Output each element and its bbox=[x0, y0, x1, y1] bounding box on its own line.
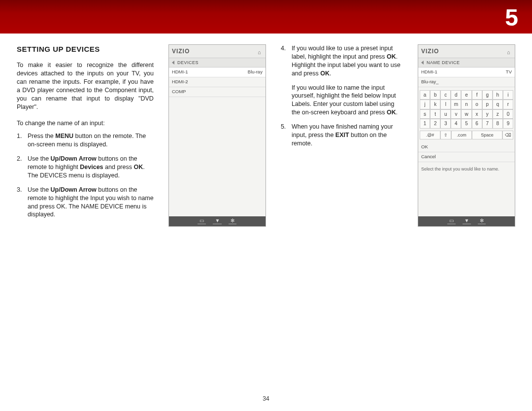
key-s: s bbox=[420, 109, 430, 119]
key-o: o bbox=[472, 100, 482, 109]
back-icon bbox=[172, 61, 174, 65]
key-k: k bbox=[430, 100, 440, 109]
key-f: f bbox=[472, 90, 482, 100]
key-h: h bbox=[493, 90, 503, 100]
down-icon: ▼ bbox=[213, 218, 222, 224]
wide-icon: ▭ bbox=[198, 218, 206, 224]
key-2: 2 bbox=[430, 119, 440, 129]
gear-icon: ✻ bbox=[229, 218, 236, 224]
lead-line: To change the name of an input: bbox=[17, 119, 154, 128]
key-4: 4 bbox=[451, 119, 461, 129]
breadcrumb: DEVICES bbox=[169, 58, 266, 68]
home-icon bbox=[258, 49, 263, 54]
key-p: p bbox=[482, 100, 493, 109]
back-icon bbox=[421, 61, 424, 65]
key-9: 9 bbox=[503, 119, 513, 129]
name-device-screenshot: VIZIO NAME DEVICE HDMI-1TV Blu-ray_ abcd… bbox=[418, 44, 515, 227]
key-v: v bbox=[451, 109, 461, 119]
row-comp: COMP bbox=[169, 87, 266, 97]
tv-screen-devices: VIZIO DEVICES HDMI-1Blu-ray HDMI-2 COMP … bbox=[168, 44, 266, 227]
key-u: u bbox=[440, 109, 451, 119]
key-z: z bbox=[493, 109, 503, 119]
key-y: y bbox=[482, 109, 493, 119]
section-title: SETTING UP DEVICES bbox=[17, 44, 154, 54]
intro-paragraph: To make it easier to recognize the diffe… bbox=[17, 61, 154, 111]
step-4b: If you would like to name the input your… bbox=[281, 84, 403, 117]
action-cancel: Cancel bbox=[418, 152, 515, 162]
home-icon bbox=[507, 49, 512, 54]
onscreen-keyboard: abcdefghijklmnopqrstuvwxyz0123456789 bbox=[420, 90, 513, 129]
key-symbols: .@# bbox=[420, 131, 440, 139]
key-e: e bbox=[461, 90, 471, 100]
row-hdmi1: HDMI-1TV bbox=[418, 68, 515, 77]
tv-footer: ▭ ▼ ✻ bbox=[418, 216, 515, 226]
header-bar: 5 bbox=[0, 0, 532, 34]
key-q: q bbox=[493, 100, 503, 109]
key-5: 5 bbox=[461, 119, 471, 129]
steps-right: 4. If you would like to use a preset inp… bbox=[281, 44, 403, 148]
key-l: l bbox=[440, 100, 451, 109]
key-n: n bbox=[461, 100, 471, 109]
key-0: 0 bbox=[503, 109, 513, 119]
key-shift: ⇧ bbox=[440, 131, 451, 139]
row-hdmi1: HDMI-1Blu-ray bbox=[169, 68, 266, 77]
key-j: j bbox=[420, 100, 430, 109]
left-column: SETTING UP DEVICES To make it easier to … bbox=[17, 44, 154, 227]
key-8: 8 bbox=[493, 119, 503, 129]
key-6: 6 bbox=[472, 119, 482, 129]
gear-icon: ✻ bbox=[478, 218, 486, 224]
key-a: a bbox=[420, 90, 430, 100]
tv-screen-name-device: VIZIO NAME DEVICE HDMI-1TV Blu-ray_ abcd… bbox=[418, 44, 515, 227]
middle-column: 4. If you would like to use a preset inp… bbox=[281, 44, 403, 227]
key-c: c bbox=[440, 90, 451, 100]
key-dotcom: .com bbox=[451, 131, 472, 139]
vizio-logo: VIZIO bbox=[172, 47, 190, 55]
key-b: b bbox=[430, 90, 440, 100]
step-2: Use the Up/Down Arrow buttons on the rem… bbox=[17, 155, 154, 180]
key-w: w bbox=[461, 109, 471, 119]
key-7: 7 bbox=[482, 119, 493, 129]
row-bluray: Blu-ray_ bbox=[418, 77, 515, 87]
row-hdmi2: HDMI-2 bbox=[169, 77, 266, 87]
page-number: 34 bbox=[263, 395, 269, 402]
down-icon: ▼ bbox=[463, 218, 471, 224]
key-space: Space bbox=[472, 131, 502, 139]
page-content: SETTING UP DEVICES To make it easier to … bbox=[0, 34, 532, 227]
key-backspace: ⌫ bbox=[502, 131, 513, 139]
step-1: Press the MENU button on the remote. The… bbox=[17, 132, 154, 149]
key-m: m bbox=[451, 100, 461, 109]
wide-icon: ▭ bbox=[447, 218, 456, 224]
action-ok: OK bbox=[418, 142, 515, 152]
key-r: r bbox=[503, 100, 513, 109]
key-x: x bbox=[472, 109, 482, 119]
key-d: d bbox=[451, 90, 461, 100]
key-3: 3 bbox=[440, 119, 451, 129]
steps-left: Press the MENU button on the remote. The… bbox=[17, 132, 154, 219]
key-t: t bbox=[430, 109, 440, 119]
step-4: 4. If you would like to use a preset inp… bbox=[281, 44, 403, 78]
key-i: i bbox=[503, 90, 513, 100]
keyboard-bottom-row: .@# ⇧ .com Space ⌫ bbox=[420, 131, 513, 139]
step-5: 5. When you have finished naming your in… bbox=[281, 123, 403, 148]
chapter-number: 5 bbox=[505, 4, 518, 31]
key-g: g bbox=[482, 90, 493, 100]
tv-footer: ▭ ▼ ✻ bbox=[169, 216, 266, 226]
vizio-logo: VIZIO bbox=[421, 47, 439, 55]
devices-menu-screenshot: VIZIO DEVICES HDMI-1Blu-ray HDMI-2 COMP … bbox=[168, 44, 266, 227]
step-3: Use the Up/Down Arrow buttons on the rem… bbox=[17, 186, 154, 219]
key-1: 1 bbox=[420, 119, 430, 129]
hint-text: Select the input you would like to name. bbox=[418, 162, 515, 176]
breadcrumb: NAME DEVICE bbox=[418, 58, 515, 68]
